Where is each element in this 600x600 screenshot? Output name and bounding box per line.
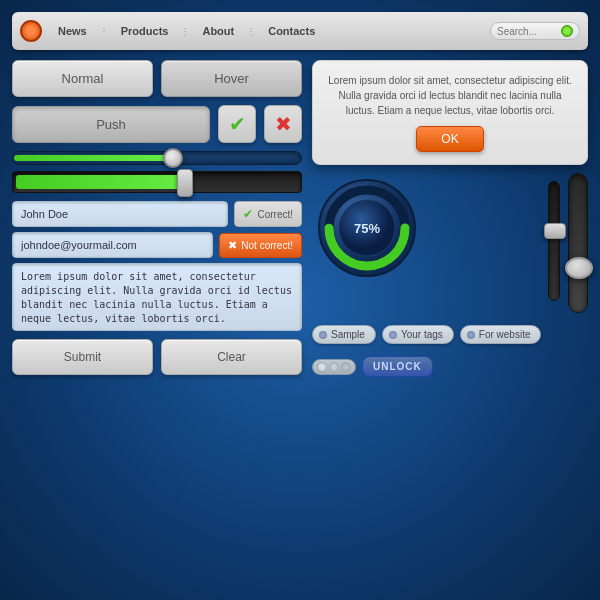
- unlock-row: UNLOCK: [312, 356, 588, 377]
- slider-2-track: [12, 171, 302, 193]
- dialog-box: Lorem ipsum dolor sit amet, consectetur …: [312, 60, 588, 165]
- checkbox-checked[interactable]: ✔: [218, 105, 256, 143]
- dialog-text: Lorem ipsum dolor sit amet, consectetur …: [325, 73, 575, 118]
- checkmark-icon: ✔: [229, 112, 246, 136]
- knob-container: 75%: [312, 173, 422, 283]
- slider-1-thumb[interactable]: [163, 148, 183, 168]
- nav-sep-1: ⋮: [99, 26, 109, 37]
- vslider-2-track: [568, 173, 588, 313]
- vslider-1-thumb[interactable]: [544, 223, 566, 239]
- ok-button[interactable]: OK: [416, 126, 483, 152]
- normal-button[interactable]: Normal: [12, 60, 153, 97]
- nav-contacts[interactable]: Contacts: [262, 23, 321, 39]
- vertical-sliders: [548, 173, 588, 313]
- cross-small-icon: ✖: [228, 239, 237, 252]
- email-input[interactable]: [12, 232, 213, 258]
- tag-your-tags-label: Your tags: [401, 329, 443, 340]
- clear-button[interactable]: Clear: [161, 339, 302, 375]
- textarea-field[interactable]: Lorem ipsum dolor sit amet, consectetur …: [12, 263, 302, 331]
- navbar: News ⋮ Products ⋮ About ⋮ Contacts: [12, 12, 588, 50]
- form-section: ✔ Correct! ✖ Not correct! Lorem ipsum do…: [12, 201, 302, 331]
- search-status-dot: [561, 25, 573, 37]
- button-row-2: Push ✔ ✖: [12, 105, 302, 143]
- email-row: ✖ Not correct!: [12, 232, 302, 258]
- main-content: Normal Hover Push ✔ ✖: [0, 50, 600, 387]
- slider-1-track: [12, 151, 302, 165]
- submit-button[interactable]: Submit: [12, 339, 153, 375]
- slider-2-thumb[interactable]: [177, 169, 193, 197]
- tag-sample-label: Sample: [331, 329, 365, 340]
- tag-sample[interactable]: Sample: [312, 325, 376, 344]
- tag-dot-icon: [319, 331, 327, 339]
- push-button[interactable]: Push: [12, 106, 210, 143]
- cross-icon: ✖: [275, 112, 292, 136]
- toggle-dot-3: [341, 362, 351, 372]
- nav-news[interactable]: News: [52, 23, 93, 39]
- checkbox-cross[interactable]: ✖: [264, 105, 302, 143]
- button-row-1: Normal Hover: [12, 60, 302, 97]
- hover-button[interactable]: Hover: [161, 60, 302, 97]
- unlock-button[interactable]: UNLOCK: [362, 356, 433, 377]
- name-row: ✔ Correct!: [12, 201, 302, 227]
- slider-1-fill: [14, 155, 172, 161]
- vslider-1-track: [548, 181, 560, 301]
- nav-sep-2: ⋮: [180, 26, 190, 37]
- slider-section: [12, 151, 302, 193]
- action-row: Submit Clear: [12, 339, 302, 375]
- name-input[interactable]: [12, 201, 228, 227]
- search-input[interactable]: [497, 26, 557, 37]
- nav-links: News ⋮ Products ⋮ About ⋮ Contacts: [52, 23, 490, 39]
- tags-section: Sample Your tags For website: [312, 325, 588, 344]
- incorrect-badge: ✖ Not correct!: [219, 233, 302, 258]
- unlock-toggle[interactable]: [312, 359, 356, 375]
- tag-your-tags[interactable]: Your tags: [382, 325, 454, 344]
- toggle-dot-2: [329, 362, 339, 372]
- nav-about[interactable]: About: [196, 23, 240, 39]
- tag-for-website-label: For website: [479, 329, 531, 340]
- svg-text:75%: 75%: [354, 221, 380, 236]
- slider-2-fill: [16, 175, 189, 189]
- knob-svg[interactable]: 75%: [312, 173, 422, 283]
- correct-badge: ✔ Correct!: [234, 201, 302, 227]
- correct-label: Correct!: [257, 209, 293, 220]
- middle-row: 75%: [312, 173, 588, 313]
- right-panel: Lorem ipsum dolor sit amet, consectetur …: [312, 60, 588, 377]
- home-icon[interactable]: [20, 20, 42, 42]
- tag-for-website[interactable]: For website: [460, 325, 542, 344]
- nav-products[interactable]: Products: [115, 23, 175, 39]
- toggle-dot-1: [317, 362, 327, 372]
- nav-sep-3: ⋮: [246, 26, 256, 37]
- search-bar: [490, 22, 580, 40]
- checkmark-small-icon: ✔: [243, 207, 253, 221]
- tag-dot-icon-3: [467, 331, 475, 339]
- incorrect-label: Not correct!: [241, 240, 293, 251]
- vslider-2-thumb[interactable]: [565, 257, 593, 279]
- left-panel: Normal Hover Push ✔ ✖: [12, 60, 302, 377]
- tag-dot-icon-2: [389, 331, 397, 339]
